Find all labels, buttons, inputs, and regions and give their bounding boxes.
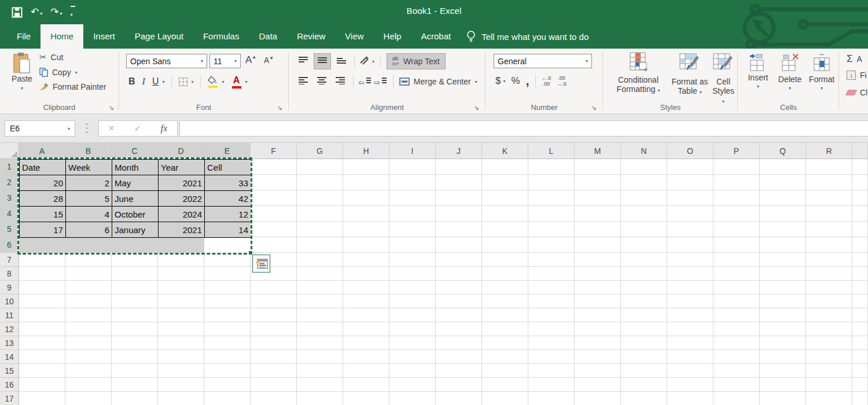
- tab-acrobat[interactable]: Acrobat: [411, 24, 461, 49]
- cell[interactable]: [760, 206, 806, 222]
- bottom-align-button[interactable]: [333, 54, 350, 69]
- cell[interactable]: [575, 294, 621, 308]
- tab-view[interactable]: View: [335, 24, 373, 49]
- cell-styles-button[interactable]: Cell Styles ▾: [710, 52, 737, 105]
- cell[interactable]: [667, 378, 713, 392]
- copy-button[interactable]: Copy ▾: [39, 68, 106, 77]
- cell[interactable]: [575, 392, 621, 405]
- paste-button[interactable]: Paste ▾: [7, 52, 37, 105]
- row-header-15[interactable]: 15: [0, 364, 19, 378]
- cell[interactable]: [713, 378, 760, 392]
- cell[interactable]: [575, 253, 621, 267]
- cell[interactable]: [621, 392, 667, 405]
- cell[interactable]: [575, 308, 621, 322]
- row-header-3[interactable]: 3: [0, 190, 19, 206]
- cell[interactable]: [852, 336, 868, 350]
- conditional-formatting-button[interactable]: ≠ Conditional Formatting ▾: [608, 52, 668, 94]
- cell[interactable]: [343, 253, 389, 267]
- borders-button[interactable]: [179, 78, 187, 86]
- cell[interactable]: [251, 175, 297, 190]
- cell[interactable]: [389, 190, 436, 206]
- cell[interactable]: [389, 336, 436, 350]
- cell[interactable]: [852, 294, 868, 308]
- bold-button[interactable]: B: [128, 76, 135, 87]
- cell[interactable]: [528, 322, 575, 336]
- cell[interactable]: [713, 322, 760, 336]
- cell[interactable]: [389, 159, 436, 175]
- cell[interactable]: [436, 159, 482, 175]
- column-header-partial[interactable]: [852, 143, 868, 159]
- tab-page-layout[interactable]: Page Layout: [125, 24, 193, 49]
- cell[interactable]: [204, 267, 251, 281]
- cell[interactable]: [297, 294, 343, 308]
- column-header-P[interactable]: P: [713, 143, 760, 159]
- cell[interactable]: [65, 308, 112, 322]
- cell[interactable]: [158, 267, 204, 281]
- cell[interactable]: [760, 159, 806, 175]
- cell[interactable]: [343, 364, 389, 378]
- cell[interactable]: [436, 206, 482, 222]
- cell[interactable]: [760, 294, 806, 308]
- column-header-K[interactable]: K: [482, 143, 528, 159]
- cell[interactable]: [852, 364, 868, 378]
- cell[interactable]: [251, 378, 297, 392]
- cell[interactable]: [436, 253, 482, 267]
- cell[interactable]: [713, 267, 760, 281]
- borders-dropdown-icon[interactable]: ▾: [191, 79, 193, 84]
- cell[interactable]: [667, 364, 713, 378]
- align-left-button[interactable]: [295, 74, 311, 89]
- cell[interactable]: [19, 308, 65, 322]
- cell[interactable]: [297, 350, 343, 364]
- increase-font-size-button[interactable]: A▲: [245, 54, 256, 66]
- font-name-dropdown-icon[interactable]: ▾: [201, 58, 203, 64]
- cell[interactable]: [204, 322, 251, 336]
- format-painter-button[interactable]: Format Painter: [39, 82, 106, 91]
- font-size-dropdown-icon[interactable]: ▾: [234, 58, 237, 64]
- cell[interactable]: [528, 175, 575, 190]
- cell[interactable]: [65, 336, 112, 350]
- cell[interactable]: [713, 222, 760, 237]
- tab-file[interactable]: File: [7, 24, 41, 49]
- cell[interactable]: [806, 294, 852, 308]
- cell[interactable]: [667, 267, 713, 281]
- cell[interactable]: [343, 294, 389, 308]
- cell[interactable]: [482, 322, 528, 336]
- cell[interactable]: [343, 336, 389, 350]
- alignment-dialog-launcher-icon[interactable]: ⇘: [474, 104, 479, 112]
- column-header-R[interactable]: R: [806, 143, 852, 159]
- cell[interactable]: [204, 281, 251, 294]
- cell[interactable]: [852, 222, 868, 237]
- cell[interactable]: [713, 364, 760, 378]
- decrease-font-size-button[interactable]: A▼: [264, 56, 274, 65]
- cell[interactable]: [713, 392, 760, 405]
- cell[interactable]: [436, 175, 482, 190]
- cell[interactable]: [621, 350, 667, 364]
- cell[interactable]: [19, 322, 65, 336]
- cell[interactable]: [852, 190, 868, 206]
- cell[interactable]: [621, 336, 667, 350]
- cell[interactable]: [204, 294, 251, 308]
- cell[interactable]: [389, 350, 436, 364]
- cell[interactable]: [575, 190, 621, 206]
- cell[interactable]: [621, 308, 667, 322]
- cell[interactable]: [806, 308, 852, 322]
- cell[interactable]: [19, 294, 65, 308]
- cell[interactable]: [760, 253, 806, 267]
- cell[interactable]: [389, 237, 436, 253]
- cell[interactable]: [528, 237, 575, 253]
- cell[interactable]: [806, 364, 852, 378]
- cell[interactable]: [19, 281, 65, 294]
- cell[interactable]: [297, 206, 343, 222]
- cell[interactable]: [667, 294, 713, 308]
- insert-cells-button[interactable]: Insert ▾: [743, 53, 773, 89]
- cell[interactable]: [19, 253, 65, 267]
- font-color-dropdown-icon[interactable]: ▾: [245, 79, 248, 84]
- cell[interactable]: [482, 175, 528, 190]
- cell[interactable]: [436, 336, 482, 350]
- cell[interactable]: [482, 222, 528, 237]
- cell[interactable]: [528, 267, 575, 281]
- cell[interactable]: [713, 190, 760, 206]
- cell[interactable]: [667, 322, 713, 336]
- cell[interactable]: [436, 294, 482, 308]
- cell[interactable]: [297, 392, 343, 405]
